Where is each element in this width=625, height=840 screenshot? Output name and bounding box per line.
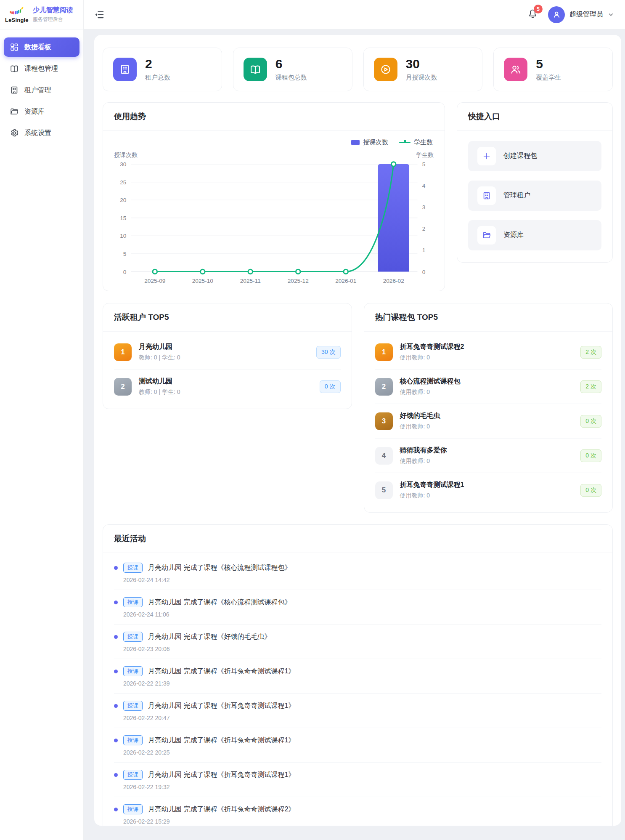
active-tenants-title: 活跃租户 TOP5 xyxy=(103,303,352,332)
activity-tag: 授课 xyxy=(123,804,143,814)
activity-dot xyxy=(114,635,118,639)
quick-links-panel: 快捷入口 创建课程包 管理租户 资源库 xyxy=(457,102,613,263)
svg-text:2026-01: 2026-01 xyxy=(335,277,356,284)
activity-tag: 授课 xyxy=(123,735,143,745)
activity-time: 2026-02-22 20:47 xyxy=(123,715,601,721)
svg-text:3: 3 xyxy=(422,204,426,210)
item-name: 猜猜我有多爱你 xyxy=(400,446,447,455)
quick-link[interactable]: 资源库 xyxy=(468,220,601,250)
activity-item: 授课 月亮幼儿园 完成了课程《折耳兔奇奇测试课程1》 2026-02-22 21… xyxy=(114,659,601,694)
recent-activities-list: 授课 月亮幼儿园 完成了课程《核心流程测试课程包》 2026-02-24 14:… xyxy=(103,553,612,826)
activity-tag: 授课 xyxy=(123,666,143,676)
activity-dot xyxy=(114,739,118,742)
svg-text:10: 10 xyxy=(120,233,127,239)
stat-label: 月授课次数 xyxy=(406,74,437,82)
activity-tag: 授课 xyxy=(123,632,143,642)
header-actions: 5 超级管理员 xyxy=(527,6,614,23)
content-container: 2 租户总数 6 课程包总数 30 月授课次数 5 覆盖学生 使用趋势 授课次数… xyxy=(94,35,621,826)
folder-icon xyxy=(477,226,496,245)
sidebar-collapse-button[interactable] xyxy=(94,9,105,20)
item-name: 折耳兔奇奇测试课程1 xyxy=(400,481,464,489)
sidebar-item-label: 课程包管理 xyxy=(24,64,58,73)
main: 2 租户总数 6 课程包总数 30 月授课次数 5 覆盖学生 使用趋势 授课次数… xyxy=(84,29,625,840)
trend-chart: 0510152025300123452025-092025-102025-112… xyxy=(114,161,434,285)
sidebar-item-dashboard[interactable]: 数据看板 xyxy=(4,37,79,57)
item-meta: 教师: 0 | 学生: 0 xyxy=(139,388,180,396)
item-name: 月亮幼儿园 xyxy=(139,343,180,351)
quick-link[interactable]: 管理租户 xyxy=(468,181,601,211)
activity-item: 授课 月亮幼儿园 完成了课程《核心流程测试课程包》 2026-02-24 11:… xyxy=(114,590,601,625)
sidebar: LeSingle 少儿智慧阅读 服务管理后台 数据看板 课程包管理 租户管理 资… xyxy=(0,0,84,840)
count-badge: 0 次 xyxy=(580,449,601,462)
open-book-icon xyxy=(244,58,267,81)
item-meta: 使用教师: 0 xyxy=(400,457,447,465)
quick-link-label: 资源库 xyxy=(503,231,524,239)
count-badge: 30 次 xyxy=(316,346,340,359)
item-meta: 使用教师: 0 xyxy=(400,423,440,431)
hot-packages-title: 热门课程包 TOP5 xyxy=(364,303,613,332)
book-icon xyxy=(10,64,19,73)
list-item: 4 猜猜我有多爱你 使用教师: 0 0 次 xyxy=(375,439,602,473)
item-meta: 使用教师: 0 xyxy=(400,492,464,500)
quick-link-label: 创建课程包 xyxy=(503,152,537,160)
active-tenants-panel: 活跃租户 TOP5 1 月亮幼儿园 教师: 0 | 学生: 0 30 次 2 测… xyxy=(103,303,352,409)
svg-text:25: 25 xyxy=(120,179,127,185)
stat-label: 覆盖学生 xyxy=(536,74,561,82)
hot-packages-panel: 热门课程包 TOP5 1 折耳兔奇奇测试课程2 使用教师: 0 2 次 2 核心… xyxy=(364,303,613,513)
legend-item[interactable]: 学生数 xyxy=(399,138,433,146)
svg-text:2025-10: 2025-10 xyxy=(192,277,214,284)
item-name: 好饿的毛毛虫 xyxy=(400,412,440,420)
usage-trend-title: 使用趋势 xyxy=(103,103,445,131)
plus-icon xyxy=(477,147,496,165)
activity-item: 授课 月亮幼儿园 完成了课程《折耳兔奇奇测试课程2》 2026-02-22 15… xyxy=(114,797,601,826)
stat-value: 6 xyxy=(275,57,307,71)
count-badge: 2 次 xyxy=(580,380,601,393)
notifications-button[interactable]: 5 xyxy=(527,8,538,21)
quick-link[interactable]: 创建课程包 xyxy=(468,141,601,171)
activity-item: 授课 月亮幼儿园 完成了课程《折耳兔奇奇测试课程1》 2026-02-22 20… xyxy=(114,694,601,728)
brand-titles: 少儿智慧阅读 服务管理后台 xyxy=(33,6,73,23)
bar-legend-swatch xyxy=(351,140,360,145)
sidebar-item-gear[interactable]: 系统设置 xyxy=(4,123,79,143)
item-meta: 使用教师: 0 xyxy=(400,388,461,396)
svg-text:0: 0 xyxy=(422,268,426,275)
sidebar-item-book[interactable]: 课程包管理 xyxy=(4,59,79,78)
play-circle-icon xyxy=(374,58,397,81)
activity-item: 授课 月亮幼儿园 完成了课程《核心流程测试课程包》 2026-02-24 14:… xyxy=(114,556,601,590)
activity-item: 授课 月亮幼儿园 完成了课程《折耳兔奇奇测试课程1》 2026-02-22 20… xyxy=(114,728,601,763)
list-item: 1 折耳兔奇奇测试课程2 使用教师: 0 2 次 xyxy=(375,335,602,369)
activity-item: 授课 月亮幼儿园 完成了课程《好饿的毛毛虫》 2026-02-23 20:06 xyxy=(114,625,601,659)
stat-value: 30 xyxy=(406,57,437,71)
user-menu[interactable]: 超级管理员 xyxy=(548,6,614,23)
recent-activities-title: 最近活动 xyxy=(103,525,612,553)
stat-card: 5 覆盖学生 xyxy=(493,48,613,91)
building-icon xyxy=(10,85,19,95)
sidebar-item-label: 数据看板 xyxy=(24,43,51,52)
item-meta: 教师: 0 | 学生: 0 xyxy=(139,354,180,362)
trend-row: 使用趋势 授课次数学生数 授课次数 学生数 051015202530012345… xyxy=(103,102,613,292)
rank-badge: 2 xyxy=(114,378,132,396)
folder-icon xyxy=(10,107,19,116)
rank-badge: 1 xyxy=(375,343,393,361)
sidebar-item-folder[interactable]: 资源库 xyxy=(4,102,79,121)
dashboard-icon xyxy=(10,43,19,52)
left-axis-name: 授课次数 xyxy=(114,152,138,159)
activity-tag: 授课 xyxy=(123,563,143,573)
rank-badge: 4 xyxy=(375,447,393,465)
hot-packages-list: 1 折耳兔奇奇测试课程2 使用教师: 0 2 次 2 核心流程测试课程包 使用教… xyxy=(364,332,613,512)
activity-tag: 授课 xyxy=(123,597,143,607)
svg-text:2025-11: 2025-11 xyxy=(240,277,261,284)
activity-dot xyxy=(114,773,118,777)
item-name: 测试幼儿园 xyxy=(139,377,180,386)
user-name: 超级管理员 xyxy=(569,10,603,19)
count-badge: 0 次 xyxy=(580,415,601,428)
svg-text:15: 15 xyxy=(120,215,127,221)
svg-text:2025-12: 2025-12 xyxy=(288,277,309,284)
legend-item[interactable]: 授课次数 xyxy=(351,138,388,146)
list-item: 2 测试幼儿园 教师: 0 | 学生: 0 0 次 xyxy=(114,369,341,404)
legend-label: 授课次数 xyxy=(363,138,388,146)
sidebar-item-building[interactable]: 租户管理 xyxy=(4,80,79,100)
menu-fold-icon xyxy=(94,9,105,20)
svg-text:30: 30 xyxy=(120,161,127,167)
notification-badge: 5 xyxy=(534,5,543,13)
